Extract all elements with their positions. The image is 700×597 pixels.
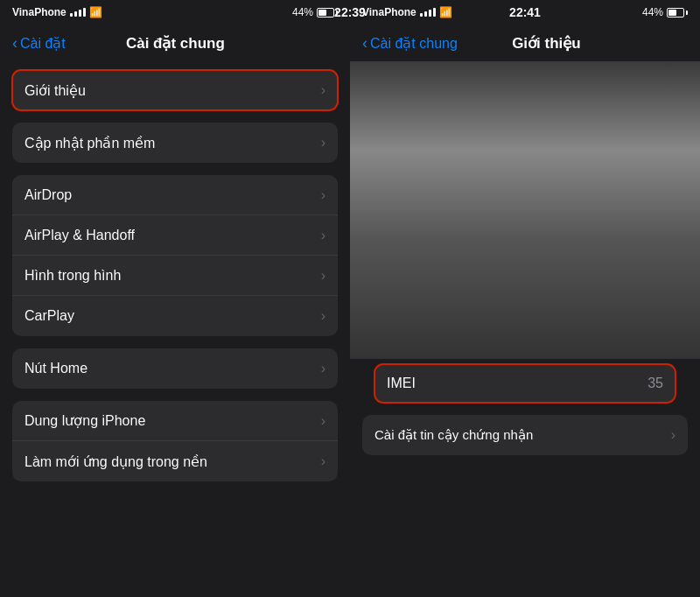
trust-certificates-item[interactable]: Cài đặt tin cậy chứng nhận › bbox=[362, 415, 688, 455]
cap-nhat-chevron-icon: › bbox=[321, 135, 326, 151]
imei-section: IMEI 35 bbox=[362, 364, 688, 403]
left-status-right: 44% bbox=[292, 6, 338, 18]
right-carrier: VinaPhone bbox=[362, 6, 416, 18]
left-nav-title: Cài đặt chung bbox=[13, 34, 338, 53]
right-status-left: VinaPhone 📶 bbox=[362, 6, 452, 18]
group-connectivity: AirDrop › AirPlay & Handoff › Hình trong… bbox=[12, 175, 338, 336]
gioi-thieu-label: Giới thiệu bbox=[24, 82, 86, 99]
left-wifi-icon: 📶 bbox=[89, 6, 102, 18]
right-nav-bar: ‹ Cài đặt chung Giới thiệu bbox=[350, 25, 700, 61]
dung-luong-label: Dung lượng iPhone bbox=[24, 412, 145, 429]
right-panel: VinaPhone 📶 22:41 44% ‹ Cài đặt chung bbox=[350, 0, 700, 597]
airplay-chevron-icon: › bbox=[321, 228, 326, 243]
hinh-trong-hinh-chevron-icon: › bbox=[321, 268, 326, 284]
imei-row: IMEI 35 bbox=[374, 364, 676, 403]
airdrop-label: AirDrop bbox=[24, 187, 72, 203]
right-wifi-icon: 📶 bbox=[439, 6, 452, 18]
imei-value: 35 bbox=[648, 376, 663, 391]
cap-nhat-item[interactable]: Cập nhật phần mềm › bbox=[12, 123, 338, 163]
nut-home-chevron-icon: › bbox=[321, 361, 326, 376]
left-nav-bar: ‹ Cài đặt Cài đặt chung bbox=[0, 25, 350, 61]
left-time: 22:39 bbox=[334, 5, 350, 19]
hinh-trong-hinh-label: Hình trong hình bbox=[24, 268, 121, 284]
right-battery-icon bbox=[667, 8, 688, 18]
group-storage: Dung lượng iPhone › Làm mới ứng dụng tro… bbox=[12, 401, 338, 481]
hinh-trong-hinh-item[interactable]: Hình trong hình › bbox=[12, 256, 338, 296]
carplay-item[interactable]: CarPlay › bbox=[12, 296, 338, 336]
carplay-chevron-icon: › bbox=[321, 308, 326, 324]
dung-luong-chevron-icon: › bbox=[321, 413, 326, 429]
right-time: 22:41 bbox=[509, 5, 541, 19]
trust-certificates-chevron-icon: › bbox=[671, 427, 676, 443]
left-carrier: VinaPhone bbox=[12, 6, 66, 18]
imei-label: IMEI bbox=[387, 376, 416, 391]
lam-moi-chevron-icon: › bbox=[321, 453, 326, 469]
left-settings-content: Giới thiệu › Cập nhật phần mềm › AirDrop… bbox=[0, 61, 350, 597]
right-bottom-section: Cài đặt tin cậy chứng nhận › bbox=[350, 408, 700, 467]
gioi-thieu-chevron-icon: › bbox=[321, 82, 326, 98]
carplay-label: CarPlay bbox=[24, 308, 74, 324]
group-cap-nhat: Cập nhật phần mềm › bbox=[12, 123, 338, 163]
gioi-thieu-item[interactable]: Giới thiệu › bbox=[12, 70, 338, 110]
airdrop-chevron-icon: › bbox=[321, 187, 326, 203]
right-signal-icon bbox=[420, 8, 436, 17]
left-status-left: VinaPhone 📶 bbox=[12, 6, 102, 18]
left-battery-pct: 44% bbox=[292, 6, 313, 18]
right-status-right: 44% bbox=[642, 6, 688, 18]
left-panel: VinaPhone 📶 22:39 44% ‹ Cài đặt bbox=[0, 0, 350, 597]
group-nut-home: Nút Home › bbox=[12, 348, 338, 389]
right-back-chevron-icon: ‹ bbox=[362, 35, 368, 51]
airplay-item[interactable]: AirPlay & Handoff › bbox=[12, 215, 338, 256]
dung-luong-item[interactable]: Dung lượng iPhone › bbox=[12, 401, 338, 441]
right-nav-title: Giới thiệu bbox=[405, 34, 688, 53]
lam-moi-label: Làm mới ứng dụng trong nền bbox=[24, 453, 207, 470]
trust-certificates-label: Cài đặt tin cậy chứng nhận bbox=[374, 427, 533, 443]
nut-home-label: Nút Home bbox=[24, 361, 88, 376]
lam-moi-item[interactable]: Làm mới ứng dụng trong nền › bbox=[12, 441, 338, 481]
airdrop-item[interactable]: AirDrop › bbox=[12, 175, 338, 215]
airplay-label: AirPlay & Handoff bbox=[24, 228, 135, 243]
nut-home-item[interactable]: Nút Home › bbox=[12, 348, 338, 389]
highlighted-group: Giới thiệu › bbox=[12, 70, 338, 110]
right-battery-pct: 44% bbox=[642, 6, 663, 18]
right-status-bar: VinaPhone 📶 22:41 44% bbox=[350, 0, 700, 25]
device-visual bbox=[350, 61, 700, 359]
left-status-bar: VinaPhone 📶 22:39 44% bbox=[0, 0, 350, 25]
left-signal-icon bbox=[70, 8, 86, 17]
cap-nhat-label: Cập nhật phần mềm bbox=[24, 135, 155, 151]
